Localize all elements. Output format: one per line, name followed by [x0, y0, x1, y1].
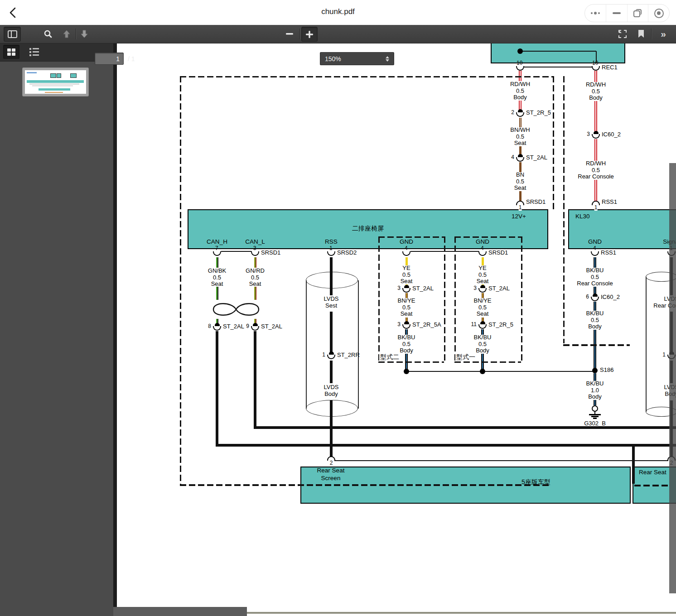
wiring-diagram: 12V+二排座椅屏CAN_HCAN_LRSSGNDGNDKL30GNDSigna… — [117, 43, 676, 616]
zoom-out-icon — [286, 33, 293, 35]
sidebar-toggle-button[interactable] — [4, 27, 21, 42]
dashed-border — [378, 236, 444, 238]
search-icon — [44, 30, 52, 38]
wire-label: BK/BU0.5Body — [451, 334, 514, 354]
connector-number: 8 — [196, 323, 211, 329]
connector-label: ST_2R_5 — [526, 109, 551, 116]
dashed-border — [553, 76, 554, 209]
ground-symbol — [593, 418, 597, 419]
connector-label: ST_2R_5 — [488, 321, 513, 328]
connector-label: ST_2RR — [337, 351, 360, 358]
wire-segment — [519, 162, 521, 172]
wire-segment — [254, 331, 256, 429]
record-button[interactable] — [648, 5, 669, 22]
connector-arc — [251, 326, 259, 331]
pin-number: 4 — [593, 245, 596, 251]
wire-segment — [254, 257, 256, 268]
connector-number: 2 — [499, 109, 514, 116]
block-label: CAN_L — [245, 238, 265, 245]
pin-arc — [251, 251, 259, 256]
thumbnails-view-icon — [7, 48, 15, 56]
outline-view-button[interactable] — [26, 45, 42, 59]
page-thumbnail-image — [25, 70, 86, 94]
thumbnails-view-button[interactable] — [3, 45, 19, 59]
block-label: 二排座椅屏 — [352, 225, 384, 232]
wire-segment — [594, 400, 596, 405]
tools-menu-button[interactable]: » — [654, 27, 672, 41]
page-number-input[interactable] — [95, 53, 124, 65]
connector-arc — [478, 324, 487, 329]
block-label: RSS — [325, 238, 338, 245]
wire-segment — [519, 118, 521, 127]
wire-line — [221, 251, 251, 252]
pin-number: 10 — [592, 60, 598, 66]
more-button[interactable] — [585, 5, 606, 22]
wire-segment — [330, 312, 333, 353]
pdf-page: 12V+二排座椅屏CAN_HCAN_LRSSGNDGNDKL30GNDSigna… — [117, 43, 676, 616]
connector-number: 4 — [499, 154, 514, 160]
horizontal-scrollbar[interactable] — [113, 607, 247, 616]
connector-arc — [516, 112, 524, 117]
zoom-in-button[interactable] — [301, 27, 318, 42]
outline-view-icon — [29, 48, 39, 56]
connector-label: RSS1 — [601, 249, 616, 256]
pin-arc — [327, 251, 335, 256]
wire-segment — [594, 139, 597, 161]
twisted-pair-symbol — [208, 299, 264, 322]
wire-line — [524, 67, 592, 67]
minimize-button[interactable] — [606, 5, 627, 22]
junction-dot — [480, 369, 485, 374]
pin-number: 10 — [517, 60, 522, 66]
wire-line — [406, 371, 595, 372]
connector-arc — [327, 355, 335, 359]
pin-number: 1 — [594, 204, 598, 211]
wire-segment — [594, 101, 597, 133]
connector-number: 11 — [462, 321, 477, 327]
zoom-out-button[interactable] — [282, 27, 297, 41]
search-button[interactable] — [41, 27, 55, 41]
connector-number: 1 — [651, 351, 666, 358]
wire-segment — [594, 330, 596, 368]
wire-segment — [594, 257, 596, 268]
connector-number: 6 — [574, 294, 589, 300]
window-controls — [584, 4, 670, 22]
wire-label: RD/WH0.5Body — [564, 82, 628, 101]
pdf-toolbar: / 1 150% » — [0, 25, 676, 43]
wire-segment — [254, 287, 256, 300]
dashed-border — [454, 236, 521, 238]
pin-number: 3 — [253, 245, 256, 251]
pin-arc — [213, 251, 221, 256]
bookmark-button[interactable] — [633, 27, 649, 41]
connector-label: ST_2AL — [261, 323, 282, 330]
page-thumbnail[interactable] — [23, 68, 88, 96]
wire-label: RD/WH0.5Body — [488, 81, 552, 101]
sidebar-resizer[interactable] — [113, 43, 117, 616]
block-label: GND — [400, 238, 413, 245]
presentation-mode-button[interactable] — [614, 27, 631, 41]
dashed-border — [444, 236, 445, 362]
zoom-level-value: 150% — [325, 55, 341, 63]
pin-number: 7 — [215, 245, 218, 251]
zoom-select[interactable]: 150% — [320, 52, 394, 65]
variant-label: 型式二 — [379, 353, 400, 361]
connector-number: 1 — [310, 351, 325, 358]
restore-button[interactable] — [627, 5, 648, 22]
next-page-button[interactable] — [77, 27, 92, 41]
connector-number: 9 — [234, 323, 249, 329]
block-label: GND — [476, 238, 489, 245]
wire-segment — [330, 257, 333, 295]
document-title: chunk.pdf — [0, 7, 676, 16]
wire-label: LVDSSest — [299, 296, 363, 309]
connector-label: SRSD1 — [261, 249, 280, 256]
connector-arc — [402, 288, 410, 293]
block-label: Screen — [321, 475, 341, 481]
connector-label: IC60_2 — [602, 131, 621, 138]
connector-label: REC1 — [602, 64, 618, 71]
wire-label: BK/BU0.5Rear Console — [563, 267, 627, 287]
dashed-border — [563, 76, 565, 343]
wire-label: BK/BU0.5Body — [563, 310, 627, 330]
vertical-scrollbar[interactable] — [669, 163, 676, 593]
minimize-icon — [613, 12, 621, 14]
previous-page-button[interactable] — [59, 27, 74, 41]
dashed-border — [454, 361, 521, 363]
